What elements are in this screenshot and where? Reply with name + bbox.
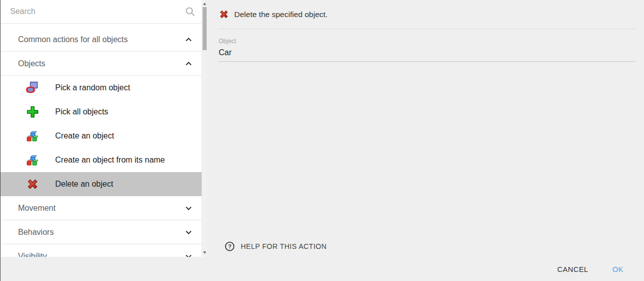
help-button[interactable]: ? HELP FOR THIS ACTION: [225, 241, 327, 251]
object-field-input[interactable]: [219, 46, 635, 62]
sidebar-scrollbar[interactable]: [202, 0, 207, 257]
action-label: Pick all objects: [55, 107, 108, 116]
category-label: Movement: [18, 204, 56, 213]
dialog-footer: CANCEL OK: [0, 257, 644, 281]
category-label: Visibility: [18, 252, 47, 257]
pick-all-objects-icon: [26, 105, 39, 118]
search-input[interactable]: [0, 0, 207, 23]
ok-button[interactable]: OK: [604, 260, 631, 278]
actions-list: Common actions for all objects Objects: [0, 24, 207, 257]
new-action-dialog: Common actions for all objects Objects: [0, 0, 644, 281]
help-button-label: HELP FOR THIS ACTION: [241, 242, 327, 250]
pick-random-object-icon: [26, 81, 39, 94]
category-objects[interactable]: Objects: [0, 52, 207, 76]
object-field: Object: [219, 38, 635, 62]
action-label: Delete an object: [55, 180, 113, 189]
list-item-create-object-from-name[interactable]: Create an object from its name: [0, 148, 207, 172]
action-title: Delete the specified object.: [234, 10, 328, 19]
action-label: Create an object: [55, 131, 114, 140]
category-common-actions[interactable]: Common actions for all objects: [0, 28, 207, 52]
list-item-delete-object[interactable]: Delete an object: [0, 172, 207, 196]
window-left-edge: [0, 0, 1, 281]
create-object-icon: [26, 154, 39, 167]
chevron-up-icon: [185, 60, 193, 68]
chevron-down-icon: [185, 252, 193, 257]
category-visibility[interactable]: Visibility: [0, 244, 207, 257]
chevron-down-icon: [185, 228, 193, 236]
category-label: Objects: [18, 59, 45, 68]
list-item-pick-all-objects[interactable]: Pick all objects: [0, 100, 207, 124]
header-divider: [219, 29, 635, 29]
list-item-create-object[interactable]: Create an object: [0, 124, 207, 148]
chevron-up-icon: [185, 36, 193, 44]
scrollbar-thumb[interactable]: [203, 7, 207, 50]
action-header: Delete the specified object.: [219, 9, 328, 20]
category-label: Behaviors: [18, 228, 54, 237]
search-bar: [0, 0, 207, 24]
chevron-down-icon: [185, 204, 193, 212]
object-field-label: Object: [219, 38, 635, 45]
action-list-sidebar: Common actions for all objects Objects: [0, 0, 207, 257]
create-object-icon: [26, 129, 39, 143]
help-circle-icon: ?: [225, 241, 235, 251]
scrollbar-up-arrow-icon[interactable]: [203, 3, 206, 5]
action-label: Pick a random object: [55, 83, 130, 92]
scrollbar-down-arrow-icon[interactable]: [203, 251, 206, 254]
list-item-pick-random-object[interactable]: Pick a random object: [0, 76, 207, 100]
category-movement[interactable]: Movement: [0, 196, 207, 220]
category-behaviors[interactable]: Behaviors: [0, 220, 207, 244]
action-label: Create an object from its name: [55, 156, 165, 165]
cancel-button[interactable]: CANCEL: [554, 260, 591, 278]
delete-object-icon: [219, 9, 229, 20]
svg-text:?: ?: [228, 243, 232, 249]
delete-object-icon: [26, 178, 39, 191]
search-icon: [185, 6, 196, 17]
category-label: Common actions for all objects: [18, 35, 128, 44]
action-detail-panel: Delete the specified object. Object ? HE…: [207, 0, 644, 257]
